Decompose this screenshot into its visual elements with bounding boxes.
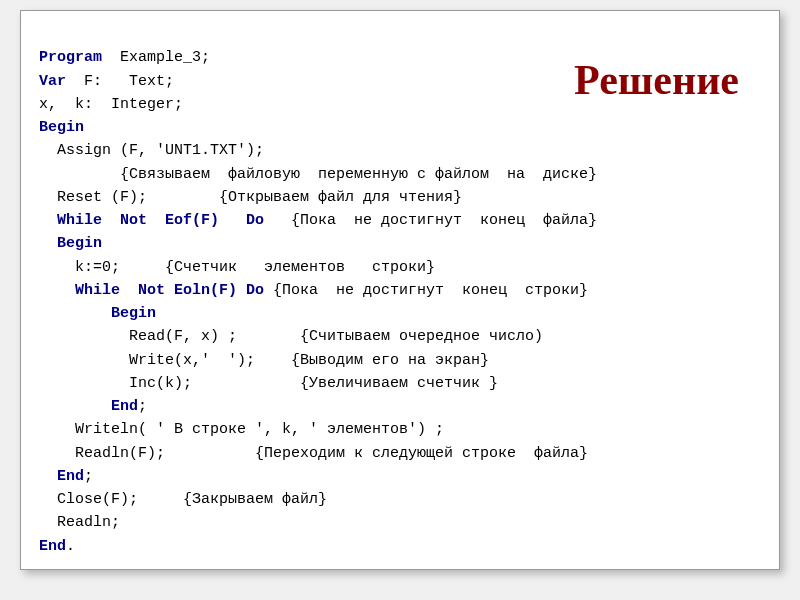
kw-begin-inner2: Begin (39, 305, 156, 322)
code-comment: {Выводим его на экран} (255, 352, 489, 369)
code-text: Example_3; (102, 49, 210, 66)
kw-while-inner: While Not Eoln(F) Do (39, 282, 264, 299)
code-comment: {Открываем файл для чтения} (147, 189, 462, 206)
code-comment: {Пока не достигнут конец строки} (264, 282, 588, 299)
kw-end: End (39, 538, 66, 555)
slide-title: Решение (574, 56, 739, 104)
kw-begin: Begin (39, 119, 84, 136)
kw-begin-inner: Begin (39, 235, 102, 252)
code-comment: {Счетчик элементов строки} (120, 259, 435, 276)
code-comment: {Переходим к следующей строке файла} (165, 445, 588, 462)
code-block: Program Example_3; Var F: Text; x, k: In… (39, 23, 761, 581)
code-text: . (66, 538, 75, 555)
code-text: x, k: Integer; (39, 96, 183, 113)
code-text: Inc(k); (39, 375, 192, 392)
kw-var: Var (39, 73, 66, 90)
slide-container: Решение Program Example_3; Var F: Text; … (20, 10, 780, 570)
code-text: ; (84, 468, 93, 485)
code-text: Writeln( ' В строке ', k, ' элементов') … (39, 421, 444, 438)
code-comment: {Пока не достигнут конец файла} (264, 212, 597, 229)
kw-program: Program (39, 49, 102, 66)
code-comment: {Увеличиваем счетчик } (192, 375, 498, 392)
code-comment: {Связываем файловую переменную с файлом … (39, 166, 597, 183)
code-text: Assign (F, 'UNT1.TXT'); (39, 142, 264, 159)
code-text: ; (138, 398, 147, 415)
kw-end-inner: End (39, 468, 84, 485)
code-text: F: Text; (66, 73, 174, 90)
code-text: Readln(F); (39, 445, 165, 462)
kw-while: While Not Eof(F) Do (39, 212, 264, 229)
code-text: Read(F, x) ; (39, 328, 237, 345)
code-text: Reset (F); (39, 189, 147, 206)
code-text: Close(F); (39, 491, 138, 508)
code-comment: {Закрываем файл} (138, 491, 327, 508)
code-text: Readln; (39, 514, 120, 531)
code-comment: {Считываем очередное число) (237, 328, 543, 345)
code-text: Write(x,' '); (39, 352, 255, 369)
kw-end-inner2: End (39, 398, 138, 415)
code-text: k:=0; (39, 259, 120, 276)
